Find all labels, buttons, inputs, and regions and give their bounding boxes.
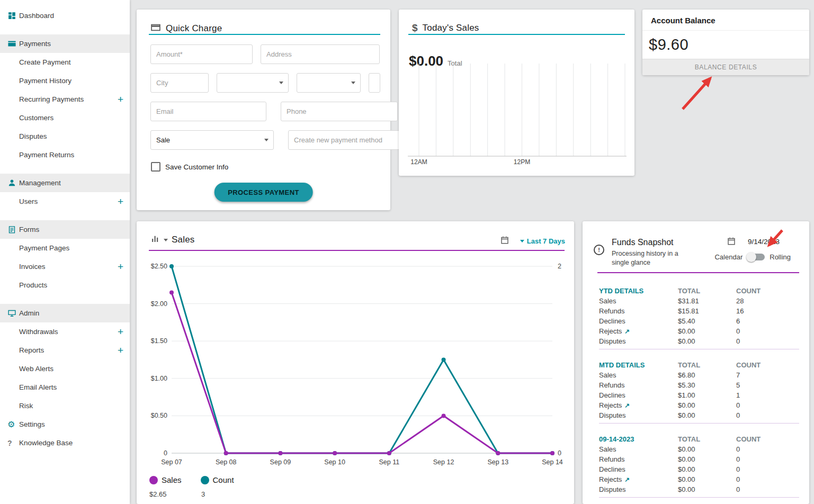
sidebar-item-create-payment[interactable]: Create Payment — [0, 53, 130, 71]
red-arrow-balance-details — [683, 78, 710, 109]
svg-text:Sep 12: Sep 12 — [433, 458, 454, 466]
funds-column-count: COUNT — [736, 435, 799, 443]
sidebar-item-label: Create Payment — [19, 58, 71, 66]
funds-row-disputes: Disputes$0.000 — [599, 336, 799, 346]
date-range-select[interactable]: Last 7 Days — [520, 237, 565, 245]
funds-row-label: Sales — [599, 371, 678, 379]
external-link-icon[interactable]: ↗ — [624, 476, 630, 483]
process-payment-button[interactable]: PROCESS PAYMENT — [214, 183, 313, 202]
quick-charge-title: Quick Charge — [166, 23, 222, 34]
funds-section-title: MTD DETAILS — [599, 361, 678, 369]
email-input[interactable] — [150, 102, 266, 121]
sidebar-item-web-alerts[interactable]: Web Alerts — [0, 359, 130, 378]
expand-invoices-icon[interactable]: + — [118, 262, 123, 272]
legend-item-sales[interactable]: Sales — [149, 475, 182, 484]
sales-chart-title: Sales — [172, 235, 195, 245]
funds-row-sales: Sales$0.000 — [599, 444, 799, 454]
chevron-down-icon — [264, 139, 269, 141]
expand-withdrawals-icon[interactable]: + — [118, 327, 123, 337]
funds-row-label: Refunds — [599, 455, 678, 463]
sidebar-nav: DashboardPaymentsCreate PaymentPayment H… — [0, 0, 130, 452]
sidebar-item-risk[interactable]: Risk — [0, 397, 130, 415]
sidebar-item-label: Admin — [19, 309, 39, 317]
quick-charge-header: Quick Charge — [150, 22, 222, 35]
city-input[interactable] — [150, 73, 209, 93]
calendar-rolling-switch[interactable] — [747, 254, 765, 260]
expand-users-icon[interactable]: + — [118, 196, 123, 206]
funds-column-count: COUNT — [736, 287, 799, 295]
chevron-down-icon — [351, 82, 355, 84]
funds-row-total: $0.00 — [678, 475, 736, 483]
sidebar-item-products[interactable]: Products — [0, 276, 130, 294]
sidebar-item-payment-pages[interactable]: Payment Pages — [0, 239, 130, 257]
funds-row-count: 0 — [736, 445, 799, 453]
funds-row-count: 0 — [736, 455, 799, 463]
legend-item-count[interactable]: Count — [201, 475, 234, 484]
external-link-icon[interactable]: ↗ — [624, 328, 630, 335]
sidebar-item-withdrawals[interactable]: Withdrawals+ — [0, 322, 130, 341]
funds-row-rejects: Rejects↗$0.000 — [599, 326, 799, 336]
sidebar-item-management[interactable]: Management — [0, 174, 130, 192]
sidebar-item-dashboard[interactable]: Dashboard — [0, 6, 130, 25]
funds-snapshot-subtitle: Processing history in a single glance — [612, 249, 696, 267]
sidebar-item-recurring-payments[interactable]: Recurring Payments+ — [0, 90, 130, 109]
funds-row-label: Declines — [599, 317, 678, 325]
sales-line-chart: $2.50$2.00$1.50$1.00$0.50020Sep 07Sep 08… — [137, 253, 574, 473]
calendar-icon[interactable] — [500, 235, 509, 247]
funds-row-sales: Sales$6.807 — [599, 370, 799, 380]
sidebar-item-users[interactable]: Users+ — [0, 192, 130, 211]
expand-recurring-payments-icon[interactable]: + — [118, 94, 123, 104]
account-balance-divider — [642, 30, 809, 31]
funds-section-title: YTD DETAILS — [599, 287, 678, 295]
todays-sales-title: Today's Sales — [423, 23, 479, 33]
save-customer-checkbox[interactable] — [151, 162, 160, 172]
sidebar-item-forms[interactable]: Forms — [0, 220, 130, 239]
funds-row-label: Rejects↗ — [599, 475, 678, 483]
state-select[interactable] — [217, 73, 289, 93]
chevron-down-icon[interactable] — [164, 239, 168, 241]
funds-row-label: Sales — [599, 297, 678, 305]
funds-column-total: TOTAL — [678, 435, 736, 443]
funds-section-mtd-details: MTD DETAILSTOTALCOUNTSales$6.807Refunds$… — [599, 349, 799, 424]
transaction-type-select[interactable]: Sale — [150, 130, 274, 150]
todays-sales-card: $ Today's Sales $0.00 Total 12AM12PM — [399, 10, 634, 176]
sidebar-item-label: Withdrawals — [19, 328, 58, 336]
sidebar-item-label: Management — [19, 179, 61, 187]
amount-input[interactable] — [150, 44, 253, 64]
funds-row-rejects: Rejects↗$0.000 — [599, 400, 799, 410]
todays-sales-header: $ Today's Sales — [412, 22, 479, 34]
sidebar-item-payments[interactable]: Payments — [0, 34, 130, 53]
sidebar-item-invoices[interactable]: Invoices+ — [0, 257, 130, 276]
funds-row-refunds: Refunds$5.305 — [599, 380, 799, 390]
svg-text:0: 0 — [164, 449, 167, 457]
balance-details-button[interactable]: BALANCE DETAILS — [642, 59, 809, 75]
sidebar-item-knowledge-base[interactable]: ?Knowledge Base — [0, 434, 130, 452]
funds-row-label: Disputes — [599, 337, 678, 345]
sidebar-item-disputes[interactable]: Disputes — [0, 127, 130, 146]
sidebar-item-settings[interactable]: ⚙Settings — [0, 415, 130, 434]
svg-text:$1.50: $1.50 — [151, 337, 167, 345]
funds-row-declines: Declines$5.406 — [599, 316, 799, 326]
funds-row-label: Rejects↗ — [599, 401, 678, 409]
zip-input[interactable] — [369, 73, 380, 93]
country-select[interactable] — [297, 73, 361, 93]
legend-count-label: Count — [213, 475, 234, 484]
funds-row-label: Refunds — [599, 381, 678, 389]
sidebar-item-payment-returns[interactable]: Payment Returns — [0, 146, 130, 164]
sidebar-item-customers[interactable]: Customers — [0, 109, 130, 127]
sidebar-item-admin[interactable]: Admin — [0, 304, 130, 322]
expand-reports-icon[interactable]: + — [118, 345, 123, 355]
account-balance-card: Account Balance $9.60 BALANCE DETAILS — [642, 10, 809, 75]
count-series-total: 3 — [201, 490, 205, 498]
external-link-icon[interactable]: ↗ — [624, 402, 630, 409]
info-icon: ! — [594, 245, 604, 255]
address-input[interactable] — [261, 44, 380, 64]
sidebar-item-reports[interactable]: Reports+ — [0, 341, 130, 359]
phone-input[interactable] — [281, 102, 398, 121]
calendar-icon[interactable] — [727, 236, 736, 248]
funds-row-count: 0 — [736, 485, 799, 493]
svg-text:12PM: 12PM — [514, 158, 530, 166]
funds-row-total: $0.00 — [678, 455, 736, 463]
sidebar-item-email-alerts[interactable]: Email Alerts — [0, 378, 130, 397]
sidebar-item-payment-history[interactable]: Payment History — [0, 71, 130, 90]
